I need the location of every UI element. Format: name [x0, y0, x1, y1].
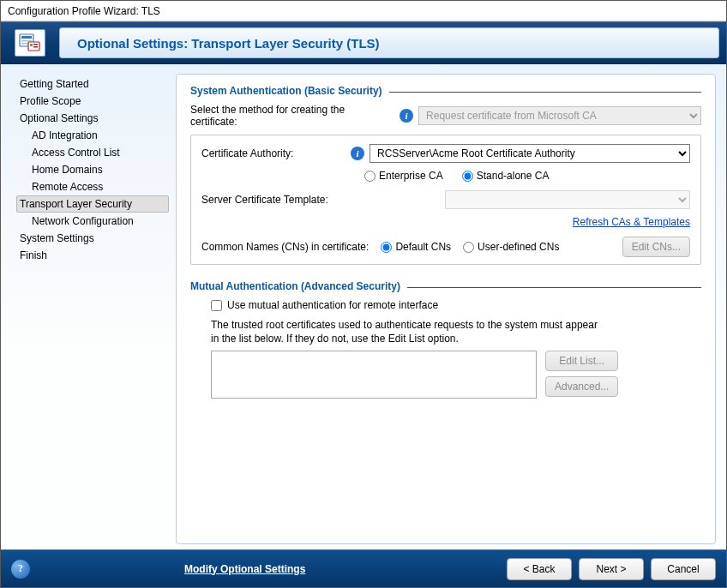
ca-group: Certificate Authority: i RCSServer\Acme …: [190, 135, 701, 265]
ca-type-enterprise[interactable]: Enterprise CA: [364, 170, 443, 182]
radio-enterprise-ca[interactable]: [364, 171, 376, 182]
cn-user-option[interactable]: User-defined CNs: [463, 241, 559, 253]
nav-acl[interactable]: Access Control List: [16, 144, 169, 161]
svg-rect-3: [21, 43, 28, 45]
nav-home-domains[interactable]: Home Domains: [16, 161, 169, 178]
cancel-button[interactable]: Cancel: [651, 558, 716, 580]
svg-rect-6: [33, 44, 38, 45]
window-title: Configuration Profile Wizard: TLS: [1, 1, 726, 21]
wizard-footer: ? Modify Optional Settings < Back Next >…: [1, 549, 726, 587]
cn-default-option[interactable]: Default CNs: [381, 241, 451, 253]
radio-user-cns[interactable]: [463, 242, 474, 253]
nav-remote-access[interactable]: Remote Access: [16, 178, 169, 195]
svg-rect-5: [30, 44, 33, 46]
content-panel: System Authentication (Basic Security) S…: [176, 74, 716, 544]
radio-standalone-ca[interactable]: [462, 171, 473, 182]
cn-label: Common Names (CNs) in certificate:: [201, 241, 369, 253]
template-label: Server Certificate Template:: [201, 194, 345, 206]
info-icon[interactable]: i: [400, 109, 413, 123]
nav-network-config[interactable]: Network Configuration: [16, 213, 169, 230]
nav-ad-integration[interactable]: AD Integration: [16, 127, 169, 144]
mutual-auth-checkbox[interactable]: [211, 300, 222, 311]
section-system-auth-title: System Authentication (Basic Security): [190, 85, 382, 97]
ca-select[interactable]: RCSServer\Acme Root Certificate Authorit…: [370, 144, 690, 163]
radio-user-cns-label: User-defined CNs: [478, 241, 559, 253]
section-mutual-auth-title: Mutual Authentication (Advanced Security…: [190, 280, 400, 292]
mutual-auth-checkbox-label: Use mutual authentication for remote int…: [227, 299, 438, 311]
svg-rect-1: [21, 36, 32, 39]
nav-optional-settings[interactable]: Optional Settings: [16, 110, 169, 127]
next-button[interactable]: Next >: [579, 558, 644, 580]
cert-method-label: Select the method for creating the certi…: [190, 104, 394, 128]
modify-optional-settings-link[interactable]: Modify Optional Settings: [184, 563, 305, 575]
radio-default-cns-label: Default CNs: [395, 241, 451, 253]
nav-system-settings[interactable]: System Settings: [16, 230, 169, 247]
ca-label: Certificate Authority:: [201, 147, 345, 159]
nav-tls[interactable]: Transport Layer Security: [16, 195, 169, 213]
radio-enterprise-ca-label: Enterprise CA: [379, 170, 443, 182]
nav-getting-started[interactable]: Getting Started: [16, 75, 169, 93]
radio-standalone-ca-label: Stand-alone CA: [477, 170, 550, 182]
page-title: Optional Settings: Transport Layer Secur…: [77, 36, 380, 51]
trusted-root-list[interactable]: [211, 351, 537, 399]
help-icon[interactable]: ?: [11, 560, 30, 579]
wizard-icon: [15, 29, 45, 57]
refresh-cas-link[interactable]: Refresh CAs & Templates: [573, 216, 690, 228]
advanced-button: Advanced...: [545, 376, 618, 397]
template-select: [445, 190, 690, 209]
edit-list-button: Edit List...: [545, 351, 618, 371]
cert-method-select: Request certificate from Microsoft CA: [418, 106, 701, 125]
mutual-auth-desc: The trusted root certificates used to au…: [211, 318, 607, 345]
back-button[interactable]: < Back: [507, 558, 572, 580]
ca-type-standalone[interactable]: Stand-alone CA: [462, 170, 550, 182]
radio-default-cns[interactable]: [381, 242, 392, 253]
wizard-nav: Getting Started Profile Scope Optional S…: [11, 74, 169, 544]
info-icon[interactable]: i: [351, 147, 364, 160]
wizard-header: Optional Settings: Transport Layer Secur…: [1, 21, 726, 64]
edit-cns-button: Edit CNs...: [622, 237, 690, 257]
svg-rect-2: [21, 40, 32, 42]
nav-finish[interactable]: Finish: [16, 247, 169, 264]
svg-rect-7: [33, 46, 38, 48]
nav-profile-scope[interactable]: Profile Scope: [16, 93, 169, 110]
